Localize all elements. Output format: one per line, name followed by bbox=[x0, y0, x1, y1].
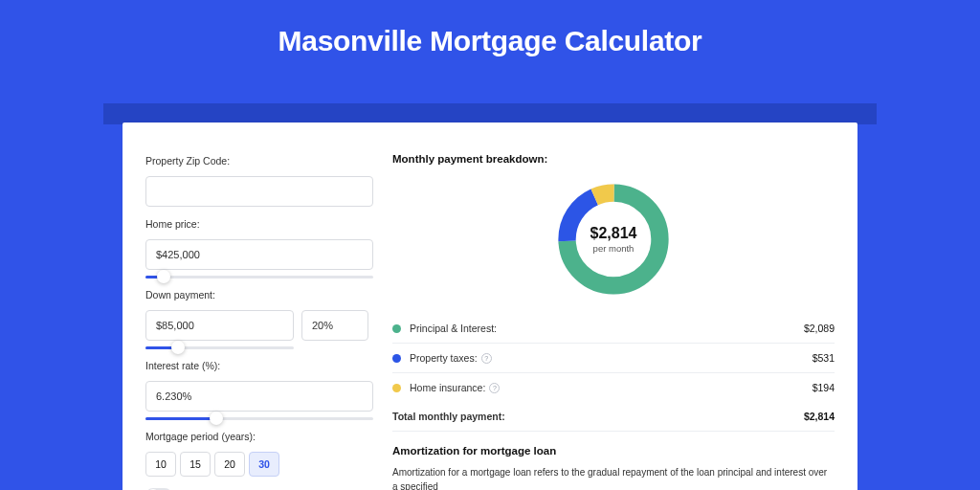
price-slider[interactable] bbox=[145, 272, 373, 283]
legend-dot-icon bbox=[392, 324, 401, 333]
down-input[interactable] bbox=[145, 310, 294, 341]
results-panel: Monthly payment breakdown: $2,814 per mo… bbox=[373, 140, 858, 490]
rate-label: Interest rate (%): bbox=[145, 360, 373, 371]
amortization-section: Amortization for mortgage loan Amortizat… bbox=[392, 445, 835, 490]
breakdown-title: Monthly payment breakdown: bbox=[392, 153, 835, 165]
legend-dot-icon bbox=[392, 384, 401, 392]
breakdown-value: $2,089 bbox=[804, 323, 835, 334]
info-icon[interactable]: ? bbox=[481, 353, 492, 364]
breakdown-row: Principal & Interest:$2,089 bbox=[392, 314, 835, 344]
breakdown-value: $531 bbox=[813, 352, 835, 364]
donut-center-value: $2,814 bbox=[590, 225, 637, 242]
breakdown-label: Home insurance:? bbox=[410, 382, 813, 393]
rate-input[interactable] bbox=[145, 381, 373, 412]
rate-slider[interactable] bbox=[145, 413, 373, 425]
slider-thumb[interactable] bbox=[157, 270, 170, 283]
term-option-20[interactable]: 20 bbox=[214, 452, 245, 477]
page-title: Masonville Mortgage Calculator bbox=[0, 25, 980, 57]
slider-thumb[interactable] bbox=[210, 412, 223, 425]
breakdown-value: $194 bbox=[813, 382, 835, 393]
legend-dot-icon bbox=[392, 354, 401, 363]
down-pct-input[interactable] bbox=[301, 310, 368, 341]
term-option-15[interactable]: 15 bbox=[180, 452, 211, 477]
down-slider[interactable] bbox=[145, 343, 294, 354]
breakdown-label: Principal & Interest: bbox=[410, 323, 804, 334]
amortization-title: Amortization for mortgage loan bbox=[392, 445, 835, 457]
inputs-panel: Property Zip Code: Home price: Down paym… bbox=[122, 140, 373, 490]
donut-chart: $2,814 per month bbox=[392, 172, 835, 314]
breakdown-total-value: $2,814 bbox=[804, 411, 835, 422]
slider-fill bbox=[145, 417, 216, 420]
slider-thumb[interactable] bbox=[171, 341, 185, 354]
breakdown-total-label: Total monthly payment: bbox=[392, 411, 804, 422]
term-segmented: 10152030 bbox=[145, 452, 373, 477]
breakdown-label: Property taxes:? bbox=[410, 352, 813, 364]
donut-center-sub: per month bbox=[593, 243, 635, 254]
slider-track bbox=[145, 276, 373, 278]
breakdown-row: Property taxes:?$531 bbox=[392, 344, 835, 373]
zip-label: Property Zip Code: bbox=[145, 155, 373, 167]
down-label: Down payment: bbox=[145, 289, 373, 301]
amortization-text: Amortization for a mortgage loan refers … bbox=[392, 466, 835, 490]
info-icon[interactable]: ? bbox=[489, 383, 500, 393]
term-label: Mortgage period (years): bbox=[145, 431, 373, 442]
header-accent-bar bbox=[103, 103, 877, 124]
calculator-card: Property Zip Code: Home price: Down paym… bbox=[122, 122, 858, 490]
breakdown-total-row: Total monthly payment: $2,814 bbox=[392, 402, 835, 432]
term-option-10[interactable]: 10 bbox=[145, 452, 176, 477]
price-label: Home price: bbox=[145, 218, 373, 230]
breakdown-row: Home insurance:?$194 bbox=[392, 373, 835, 402]
price-input[interactable] bbox=[145, 239, 373, 270]
term-option-30[interactable]: 30 bbox=[249, 452, 279, 477]
zip-input[interactable] bbox=[145, 176, 373, 207]
